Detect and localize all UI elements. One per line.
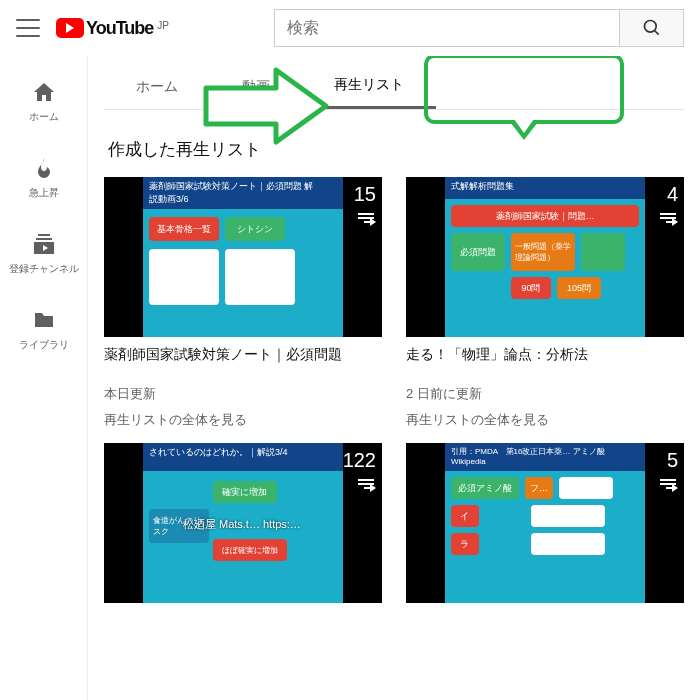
playlist-icon xyxy=(358,213,374,223)
sidebar-item-label: ライブラリ xyxy=(19,338,69,352)
playlist-icon xyxy=(660,479,676,489)
thumb-overlay-text: 松廼屋 Mats.t… https:… xyxy=(183,517,301,532)
playlist-icon xyxy=(660,213,676,223)
play-icon xyxy=(56,18,84,38)
playlist-thumbnail: 式解解析問題集 薬剤師国家試験｜問題… 必須問題 一般問題（薬学理論問題） 90… xyxy=(406,177,684,337)
view-full-playlist-link[interactable]: 再生リストの全体を見る xyxy=(406,411,684,429)
playlist-card[interactable]: 薬剤師国家試験対策ノート｜必須問題 解説動画3/6 基本骨格一覧 シトシン 15 xyxy=(104,177,382,429)
thumb-tile: 必須問題 xyxy=(451,233,505,271)
top-header: YouTube JP xyxy=(0,0,700,56)
search-button[interactable] xyxy=(620,9,684,47)
thumb-band: されているのはどれか。｜解説3/4 xyxy=(143,443,343,471)
playlist-count: 4 xyxy=(667,183,678,206)
playlist-updated: 本日更新 xyxy=(104,385,382,403)
channel-tabs: ホーム 動画 再生リスト xyxy=(104,64,684,110)
playlist-card[interactable]: 式解解析問題集 薬剤師国家試験｜問題… 必須問題 一般問題（薬学理論問題） 90… xyxy=(406,177,684,429)
sidebar-item-home[interactable]: ホーム xyxy=(0,64,87,140)
thumb-tile: 一般問題（薬学理論問題） xyxy=(511,233,575,271)
search-form xyxy=(274,9,684,47)
thumb-tile: フ… xyxy=(525,477,553,499)
main-content: ホーム 動画 再生リスト 作成した再生リスト 薬剤師国家試験対策ノート｜必須問題… xyxy=(88,56,700,700)
thumb-tile: イ xyxy=(451,505,479,527)
sidebar-item-trending[interactable]: 急上昇 xyxy=(0,140,87,216)
svg-point-0 xyxy=(644,21,656,33)
thumb-tile: 105問 xyxy=(557,277,601,299)
hamburger-menu-icon[interactable] xyxy=(16,16,40,40)
playlist-thumbnail: 引用：PMDA 第16改正日本薬… アミノ酸 Wikipedia 必須アミノ酸 … xyxy=(406,443,684,603)
svg-line-1 xyxy=(654,31,658,35)
playlist-card[interactable]: 引用：PMDA 第16改正日本薬… アミノ酸 Wikipedia 必須アミノ酸 … xyxy=(406,443,684,603)
playlist-card[interactable]: されているのはどれか。｜解説3/4 確実に増加 食道がんのリスク ほぼ確実に増加… xyxy=(104,443,382,603)
section-title: 作成した再生リスト xyxy=(108,138,684,161)
thumb-band: 薬剤師国家試験対策ノート｜必須問題 解説動画3/6 xyxy=(143,177,343,209)
sidebar-item-label: 登録チャンネル xyxy=(9,262,79,276)
playlist-icon xyxy=(358,479,374,489)
logo-text: YouTube xyxy=(86,18,153,39)
playlist-grid: 薬剤師国家試験対策ノート｜必須問題 解説動画3/6 基本骨格一覧 シトシン 15 xyxy=(104,177,684,603)
thumb-tile: ラ xyxy=(451,533,479,555)
playlist-updated: 2 日前に更新 xyxy=(406,385,684,403)
left-sidebar: ホーム 急上昇 登録チャンネル ライブラリ xyxy=(0,56,88,700)
thumb-band: 式解解析問題集 xyxy=(445,177,645,199)
region-code: JP xyxy=(157,20,169,31)
playlist-thumbnail: されているのはどれか。｜解説3/4 確実に増加 食道がんのリスク ほぼ確実に増加… xyxy=(104,443,382,603)
home-icon xyxy=(32,80,56,104)
folder-icon xyxy=(32,308,56,332)
sidebar-item-library[interactable]: ライブラリ xyxy=(0,292,87,368)
thumb-tile: 90問 xyxy=(511,277,551,299)
youtube-logo[interactable]: YouTube JP xyxy=(56,18,169,39)
playlist-count: 122 xyxy=(343,449,376,472)
search-input[interactable] xyxy=(274,9,620,47)
tab-playlists[interactable]: 再生リスト xyxy=(302,64,436,109)
playlist-title: 薬剤師国家試験対策ノート｜必須問題 xyxy=(104,345,382,379)
playlist-count: 15 xyxy=(354,183,376,206)
sidebar-item-label: ホーム xyxy=(29,110,59,124)
thumb-tile: ほぼ確実に増加 xyxy=(213,539,287,561)
playlist-thumbnail: 薬剤師国家試験対策ノート｜必須問題 解説動画3/6 基本骨格一覧 シトシン 15 xyxy=(104,177,382,337)
subscriptions-icon xyxy=(32,232,56,256)
thumb-tile: 薬剤師国家試験｜問題… xyxy=(451,205,639,227)
thumb-band: 引用：PMDA 第16改正日本薬… アミノ酸 Wikipedia xyxy=(445,443,645,471)
sidebar-item-label: 急上昇 xyxy=(29,186,59,200)
search-icon xyxy=(642,18,662,38)
thumb-tile: シトシン xyxy=(225,217,285,241)
flame-icon xyxy=(32,156,56,180)
thumb-tile: 必須アミノ酸 xyxy=(451,477,519,499)
view-full-playlist-link[interactable]: 再生リストの全体を見る xyxy=(104,411,382,429)
tab-home[interactable]: ホーム xyxy=(104,64,210,109)
playlist-count: 5 xyxy=(667,449,678,472)
sidebar-item-subscriptions[interactable]: 登録チャンネル xyxy=(0,216,87,292)
thumb-tile: 基本骨格一覧 xyxy=(149,217,219,241)
thumb-tile: 確実に増加 xyxy=(213,481,277,503)
tab-videos[interactable]: 動画 xyxy=(210,64,302,109)
playlist-title: 走る！「物理」論点：分析法 xyxy=(406,345,684,379)
